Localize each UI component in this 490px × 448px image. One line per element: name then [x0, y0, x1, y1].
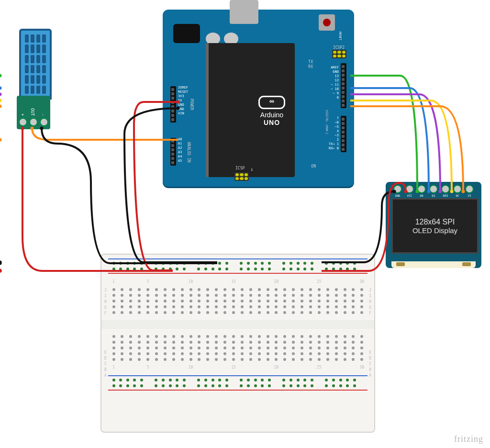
usb-port [230, 0, 258, 24]
pin-3v3: 3V3 [178, 95, 184, 98]
svg-point-15 [0, 74, 2, 78]
pin-3: ~3 [335, 134, 339, 137]
oled-screen: 128x64 SPI OLED Display [391, 198, 479, 254]
oled-pin-l0: GND [393, 194, 402, 197]
icsp-label: ICSP [235, 167, 245, 170]
top-rails[interactable] [101, 255, 374, 278]
pin-ioref: IOREF [178, 86, 188, 90]
on-label: ON [311, 165, 316, 168]
oled-cs-8 [350, 106, 463, 191]
pin-gnd-r: GND [333, 70, 339, 74]
dht-pin-out[interactable] [29, 118, 38, 126]
grid-bot[interactable] [101, 331, 374, 365]
svg-point-21 [0, 99, 2, 102]
dht-pin-label-vcc: + [21, 113, 25, 116]
reset-button[interactable] [319, 14, 335, 31]
pin-a3: A3 [178, 151, 182, 154]
arduino-logo: ∞ Arduino UNO [258, 96, 285, 126]
capacitor-icon [396, 262, 405, 266]
header-power[interactable] [170, 86, 176, 123]
svg-point-1 [0, 269, 2, 273]
oled-pin-res[interactable] [441, 185, 450, 193]
oled-line2: OLED Display [412, 226, 457, 235]
header-digital-top[interactable] [341, 63, 346, 108]
grid-top[interactable] [101, 284, 374, 318]
pin-6: ~6 [335, 121, 339, 124]
pin-9: ~ 9 [333, 92, 339, 95]
oled-pin-l4: RES [441, 194, 450, 197]
oled-d0-13 [350, 76, 417, 191]
dht-pin-gnd[interactable] [40, 118, 48, 126]
oled-pin-cs[interactable] [465, 185, 474, 193]
dht-body [19, 29, 52, 100]
pin-a0: A0 [178, 138, 182, 141]
pin-gnd2: GND [178, 108, 184, 111]
dht-pin-label-gnd: - [41, 113, 45, 116]
pin-5: ~5 [335, 125, 339, 129]
pin-11: ~ 11 [331, 83, 339, 87]
oled-pin-l1: VCC [405, 194, 414, 197]
barrel-jack [173, 24, 200, 43]
oled-pads: GND VCC D0 D1 RES DC CS [393, 185, 474, 196]
pin-a2: A2 [178, 146, 182, 150]
dht-pin-label-out: OUT [30, 108, 35, 116]
oled-pin-l2: D0 [417, 194, 426, 197]
header-icsp[interactable] [234, 172, 249, 181]
oled-pin-d1[interactable] [429, 185, 438, 193]
pin-12: 12 [335, 79, 339, 82]
pin-a4: A4 [178, 155, 182, 158]
header-icsp2[interactable] [332, 50, 346, 58]
pin-0: RX← 0 [329, 147, 339, 150]
oled-display: GND VCC D0 D1 RES DC CS 128x64 SPI OLED … [386, 182, 481, 268]
tx-label: TX [308, 60, 313, 64]
power-header-label: POWER [189, 99, 193, 110]
oled-d1-11 [350, 88, 429, 191]
pin-4: 4 [337, 130, 339, 133]
pin-10: ~ 10 [331, 88, 339, 91]
arduino-brand-text: Arduino [258, 111, 285, 119]
dht-sensor: + OUT - [17, 29, 50, 129]
bot-rails[interactable] [101, 371, 374, 394]
dht-pcb: + OUT - [17, 96, 50, 129]
pin-2: 2 [337, 138, 339, 142]
pin-aref: AREF [331, 66, 339, 69]
pin-1: TX→ 1 [329, 143, 339, 146]
oled-pin-d0[interactable] [417, 185, 426, 193]
pin-a5: A5 [178, 159, 182, 163]
oled-dc-9 [350, 101, 452, 191]
pin-gnd1: GND [178, 103, 184, 107]
dht-out-to-a0 [32, 128, 178, 140]
svg-point-7 [0, 269, 2, 272]
arduino-uno: RESET ∞ Arduino UNO IOREF RESET 3V3 5V G… [163, 10, 354, 187]
header-digital-bot[interactable] [341, 116, 346, 152]
digital-header-label: DIGITAL (PWM~) [325, 110, 328, 134]
dht-pin-vcc[interactable] [19, 118, 27, 126]
oled-pin-l3: D1 [429, 194, 438, 197]
pin-a1: A1 [178, 142, 182, 146]
oled-chin [391, 261, 476, 268]
oled-gnd-to-bb [322, 191, 394, 262]
breadboard: 151015202530 151015202530 JJIIHHGGFFEEDD… [100, 254, 375, 433]
oled-res-10 [350, 94, 440, 191]
arduino-model-text: UNO [258, 119, 285, 126]
oled-pin-gnd[interactable] [393, 185, 402, 193]
oled-pin-l6: CS [465, 194, 474, 197]
svg-point-3 [0, 138, 2, 142]
analog-header-label: ANALOG IN [187, 142, 190, 162]
reset-label: RESET [339, 32, 342, 40]
dht-vcc-to-bb [22, 128, 173, 271]
pin-vin: VIN [178, 112, 184, 115]
pin-7: 7 [337, 117, 339, 120]
svg-point-17 [0, 87, 2, 90]
header-analog[interactable] [170, 138, 176, 166]
oled-pin-vcc[interactable] [405, 185, 414, 193]
pin-5v: 5V [178, 99, 182, 102]
svg-point-19 [0, 93, 2, 96]
icsp2-label: ICSP2 [333, 46, 345, 50]
pin-13: 13 [335, 75, 339, 78]
oled-pin-dc[interactable] [453, 185, 462, 193]
pin-8: 8 [337, 96, 339, 100]
oled-pin-l5: DC [453, 194, 462, 197]
fritzing-logo: fritzing [454, 434, 483, 444]
svg-point-9 [0, 261, 2, 264]
